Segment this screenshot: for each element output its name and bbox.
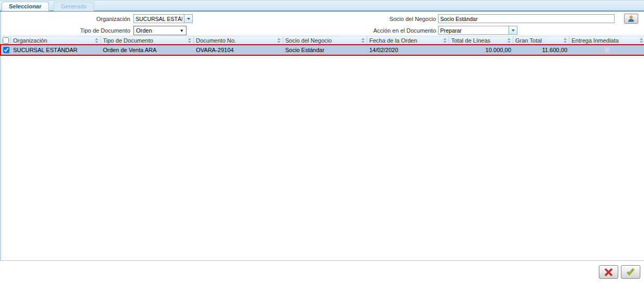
- grid-header-row: Organización Tipo de Documento Documento…: [1, 36, 644, 45]
- sort-arrows-icon[interactable]: [443, 38, 447, 43]
- column-header-total-lineas[interactable]: Total de Líneas: [449, 36, 513, 45]
- column-header-organizacion[interactable]: Organización: [11, 36, 101, 45]
- sort-arrows-icon[interactable]: [507, 38, 511, 43]
- tab-generado[interactable]: Generado: [54, 2, 94, 11]
- table-row[interactable]: SUCURSAL ESTÁNDAR Orden de Venta ARA OVA…: [1, 45, 644, 55]
- cell-gran-total: 11.600,00: [513, 45, 569, 55]
- accion-documento-dropdown-button[interactable]: [508, 26, 517, 35]
- sort-arrows-icon[interactable]: [95, 38, 99, 43]
- chevron-down-icon: ▼: [180, 28, 184, 33]
- cell-socio-negocio: Socio Estándar: [283, 45, 367, 55]
- cell-total-lineas: 10.000,00: [449, 45, 513, 55]
- column-header-documento-no[interactable]: Documento No.: [194, 36, 283, 45]
- tipo-documento-label: Tipo de Documento: [1, 27, 130, 34]
- row-select-checkbox[interactable]: [3, 47, 9, 53]
- row-select-cell: [1, 45, 11, 55]
- chevron-down-icon: [187, 18, 190, 20]
- select-all-checkbox[interactable]: [3, 37, 9, 44]
- entrega-inmediata-checkbox: [604, 47, 610, 53]
- content-panel: Organización Socio del Negocio Tipo de D…: [0, 12, 644, 261]
- select-all-cell: [1, 36, 11, 45]
- chevron-down-icon: [512, 29, 515, 32]
- column-header-tipo-documento[interactable]: Tipo de Documento: [101, 36, 194, 45]
- tab-bar: Seleccionar Generado: [0, 0, 644, 12]
- organizacion-combobox: [133, 14, 193, 23]
- generate-dialog: Seleccionar Generado Organización Socio …: [0, 0, 644, 283]
- sort-arrows-icon[interactable]: [277, 38, 281, 43]
- cell-documento-no: OVARA-29104: [194, 45, 283, 55]
- cell-tipo-documento: Orden de Venta ARA: [101, 45, 194, 55]
- tipo-documento-value: Orden: [136, 27, 152, 34]
- cell-fecha-orden: 14/02/2020: [367, 45, 449, 55]
- tab-seleccionar[interactable]: Seleccionar: [2, 2, 49, 11]
- cell-organizacion: SUCURSAL ESTÁNDAR: [11, 45, 101, 55]
- person-icon: [628, 15, 635, 22]
- column-header-gran-total[interactable]: Gran Total: [513, 36, 569, 45]
- check-icon: [626, 268, 635, 277]
- results-grid: Organización Tipo de Documento Documento…: [1, 36, 644, 55]
- accion-documento-input[interactable]: [438, 26, 508, 35]
- cancel-button[interactable]: [599, 265, 618, 279]
- confirm-button[interactable]: [621, 265, 640, 279]
- organizacion-input[interactable]: [133, 14, 184, 23]
- bpartner-lookup-button[interactable]: [624, 14, 638, 24]
- accion-documento-label: Acción en el Documento: [305, 27, 436, 34]
- sort-arrows-icon[interactable]: [564, 38, 567, 43]
- column-header-entrega-inmediata[interactable]: Entrega Inmediata: [569, 36, 644, 45]
- cell-entrega-inmediata: [569, 45, 644, 55]
- column-header-fecha-orden[interactable]: Fecha de la Orden: [367, 36, 449, 45]
- organizacion-label: Organización: [1, 16, 130, 22]
- accion-documento-combobox: [438, 26, 517, 35]
- socio-negocio-label: Socio del Negocio: [305, 16, 436, 22]
- sort-arrows-icon[interactable]: [188, 38, 192, 43]
- sort-arrows-icon[interactable]: [640, 38, 643, 43]
- organizacion-dropdown-button[interactable]: [184, 14, 193, 23]
- x-icon: [604, 268, 613, 277]
- socio-negocio-input[interactable]: [438, 14, 615, 23]
- tipo-documento-select[interactable]: Orden ▼: [133, 26, 186, 35]
- sort-arrows-icon[interactable]: [361, 38, 365, 43]
- column-header-socio-negocio[interactable]: Socio del Negocio: [283, 36, 367, 45]
